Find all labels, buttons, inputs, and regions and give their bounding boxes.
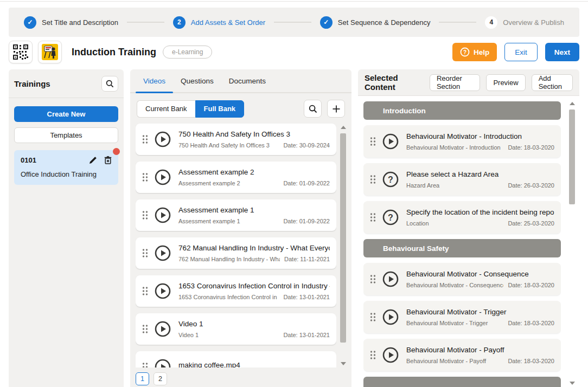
tab-questions[interactable]: Questions xyxy=(173,69,221,92)
qr-code-button[interactable] xyxy=(9,41,33,63)
item-title: Behavioural Motivator - Trigger xyxy=(406,308,554,316)
drag-handle-icon[interactable] xyxy=(142,210,148,220)
create-new-button[interactable]: Create New xyxy=(14,106,118,122)
add-section-button[interactable]: Add Section xyxy=(532,74,573,91)
question-icon[interactable]: ? xyxy=(382,209,399,226)
bank-list-scrollbar[interactable] xyxy=(340,125,347,366)
step-number: 2 xyxy=(173,16,186,29)
exit-button[interactable]: Exit xyxy=(504,43,538,61)
item-date: Date: 18-03-2020 xyxy=(508,358,554,364)
scroll-up-icon[interactable] xyxy=(341,126,346,129)
tab-videos[interactable]: Videos xyxy=(136,69,173,92)
drag-handle-icon[interactable] xyxy=(370,137,376,146)
item-title: Assessment example 1 xyxy=(178,206,330,214)
play-video-icon[interactable] xyxy=(382,270,399,288)
drag-handle-icon[interactable] xyxy=(370,175,376,184)
play-video-icon[interactable] xyxy=(154,207,171,224)
drag-handle-icon[interactable] xyxy=(142,172,148,182)
drag-handle-icon[interactable] xyxy=(370,350,376,360)
item-title: Video 1 xyxy=(178,320,330,328)
scroll-down-icon[interactable] xyxy=(570,382,575,385)
drag-handle-icon[interactable] xyxy=(370,212,376,222)
item-subtitle: Hazard Area xyxy=(406,182,503,189)
drag-handle-icon[interactable] xyxy=(370,312,376,322)
edit-pencil-icon[interactable] xyxy=(89,156,97,164)
delete-trash-icon[interactable] xyxy=(104,156,112,164)
stepper-step-2[interactable]: 2Add Assets & Set Order xyxy=(173,16,265,29)
bank-search-button[interactable] xyxy=(304,100,322,118)
bank-controls: Current BankFull Bank xyxy=(130,93,351,118)
trainings-sidebar-header: Trainings xyxy=(14,76,118,92)
stepper-step-1[interactable]: ✓Set Title and Description xyxy=(24,16,118,29)
play-video-icon[interactable] xyxy=(382,133,399,150)
toggle-current-bank[interactable]: Current Bank xyxy=(137,100,195,118)
help-button[interactable]: ? Help xyxy=(452,43,497,61)
bank-item[interactable]: 750 Health And Safety In Offices 3750 He… xyxy=(136,124,336,155)
selected-content-item[interactable]: Behavioural Motivator - PayoffBehavioura… xyxy=(363,339,561,371)
trainings-search-button[interactable] xyxy=(101,76,118,92)
play-video-icon[interactable] xyxy=(154,358,171,367)
selected-content-item[interactable]: Behavioural Motivator - TriggerBehaviour… xyxy=(363,301,561,333)
item-subtitle: Behavioural Motivator - Payoff xyxy=(406,358,503,364)
selected-list-scrollbar[interactable] xyxy=(568,101,576,386)
bank-item[interactable]: Video 1Video 1Date: 13-01-2021 xyxy=(136,313,336,345)
training-type-badge: e-Learning xyxy=(163,46,212,59)
bank-add-button[interactable] xyxy=(327,100,345,118)
item-title: making coffee.mp4 xyxy=(178,361,330,367)
question-icon[interactable]: ? xyxy=(382,171,399,188)
section-header[interactable]: Introduction xyxy=(363,101,561,120)
drag-handle-icon[interactable] xyxy=(142,134,148,144)
play-video-icon[interactable] xyxy=(154,282,171,300)
step-label: Set Sequence & Dependency xyxy=(338,18,431,27)
page-title: Induction Training xyxy=(72,47,156,58)
play-video-icon[interactable] xyxy=(382,308,399,326)
item-title: 762 Manual Handling In Industry - What E… xyxy=(178,244,330,252)
scrollbar-thumb[interactable] xyxy=(569,109,575,204)
play-video-icon[interactable] xyxy=(154,320,171,338)
play-video-icon[interactable] xyxy=(154,131,171,148)
item-subtitle: Assessment example 1 xyxy=(178,218,279,224)
bank-item[interactable]: 1653 Coronavirus Infection Control in In… xyxy=(136,275,336,307)
item-meta-row: Behavioural Motivator - IntroductionDate… xyxy=(406,144,554,151)
stepper-step-4[interactable]: 4Overview & Publish xyxy=(485,16,564,29)
play-video-icon[interactable] xyxy=(154,244,171,262)
search-icon xyxy=(106,80,114,88)
item-date: Date: 18-03-2020 xyxy=(508,282,554,288)
selected-content-item[interactable]: ?Specify the location of the incident be… xyxy=(363,201,561,234)
item-title: Assessment example 2 xyxy=(178,168,330,176)
bank-item[interactable]: making coffee.mp4 xyxy=(136,351,336,367)
page-button-2[interactable]: 2 xyxy=(154,372,167,385)
bank-item[interactable]: Assessment example 2Assessment example 2… xyxy=(136,162,336,193)
selected-content-item[interactable]: Behavioural Motivator - IntroductionBeha… xyxy=(363,125,561,158)
drag-handle-icon[interactable] xyxy=(142,362,148,367)
training-list-item[interactable]: 0101 Office Inducti xyxy=(14,150,118,185)
item-meta-row: Behavioural Motivator - ConsequenceDate:… xyxy=(406,282,554,288)
selected-content-panel: Selected Content Reorder SectionPreviewA… xyxy=(358,69,579,387)
section-header-partial[interactable] xyxy=(363,377,561,387)
selected-content-item[interactable]: Behavioural Motivator - ConsequenceBehav… xyxy=(363,263,561,295)
selected-content-item[interactable]: ?Please select a Hazard AreaHazard AreaD… xyxy=(363,163,561,196)
next-button[interactable]: Next xyxy=(545,43,579,61)
preview-button[interactable]: Preview xyxy=(486,74,525,91)
scroll-up-icon[interactable] xyxy=(570,102,575,105)
bank-item[interactable]: Assessment example 1Assessment example 1… xyxy=(136,199,336,231)
notification-dot xyxy=(113,148,120,155)
scroll-down-icon[interactable] xyxy=(341,362,346,365)
page-button-1[interactable]: 1 xyxy=(136,372,149,385)
templates-button[interactable]: Templates xyxy=(14,127,118,143)
section-header[interactable]: Behavioural Safety xyxy=(363,239,561,257)
scrollbar-thumb[interactable] xyxy=(340,133,346,343)
drag-handle-icon[interactable] xyxy=(142,286,148,296)
drag-handle-icon[interactable] xyxy=(142,248,148,258)
tab-documents[interactable]: Documents xyxy=(221,69,273,92)
drag-handle-icon[interactable] xyxy=(370,274,376,284)
play-video-icon[interactable] xyxy=(154,169,171,186)
bank-item[interactable]: 762 Manual Handling In Industry - What E… xyxy=(136,237,336,269)
drag-handle-icon[interactable] xyxy=(142,324,148,334)
stepper-step-3[interactable]: ✓Set Sequence & Dependency xyxy=(320,16,431,29)
reorder-section-button[interactable]: Reorder Section xyxy=(430,74,480,91)
item-meta-row: Assessment example 1Date: 01-09-2022 xyxy=(178,218,330,224)
toggle-full-bank[interactable]: Full Bank xyxy=(195,100,245,118)
item-subtitle: Assessment example 2 xyxy=(178,180,279,186)
play-video-icon[interactable] xyxy=(382,346,399,364)
